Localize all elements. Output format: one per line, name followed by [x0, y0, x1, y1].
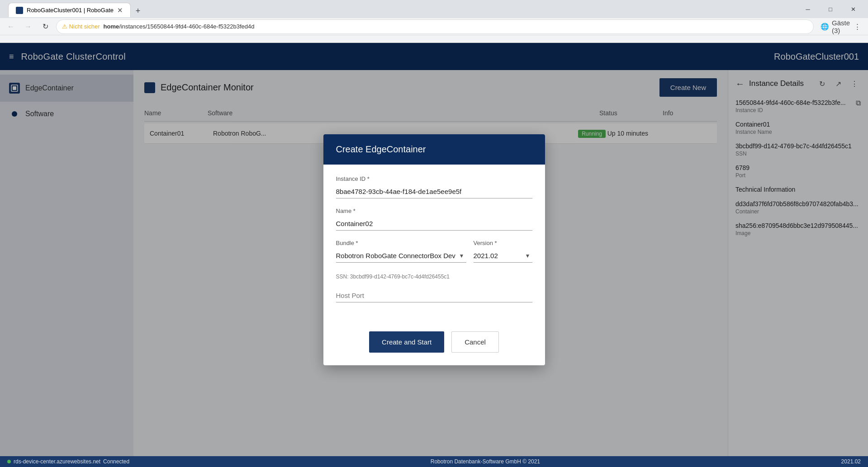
host-port-field[interactable]: [336, 289, 532, 302]
name-field-group: Name *: [336, 208, 532, 231]
address-bold: home: [104, 23, 119, 30]
more-button[interactable]: ⋮: [851, 20, 863, 33]
browser-tab-active[interactable]: RoboGateCluster001 | RoboGate ✕: [8, 3, 131, 17]
version-field-group: Version * 2021.02 2021.01 2020.12 ▼: [474, 240, 532, 263]
tab-close-button[interactable]: ✕: [117, 6, 123, 14]
bundle-select-wrapper: Robotron RoboGate ConnectorBox Dev Robot…: [336, 249, 466, 263]
name-field[interactable]: [336, 217, 532, 231]
status-dot-icon: [7, 460, 11, 463]
instance-id-field-group: Instance ID *: [336, 175, 532, 198]
account-label: Gäste (3): [832, 19, 850, 34]
account-button[interactable]: Gäste (3): [835, 20, 847, 33]
maximize-button[interactable]: □: [820, 2, 841, 16]
status-copyright: Robotron Datenbank-Software GmbH © 2021: [431, 458, 540, 465]
forward-button[interactable]: →: [22, 20, 34, 33]
version-select-wrapper: 2021.02 2021.01 2020.12 ▼: [474, 249, 532, 263]
browser-chrome: RoboGateCluster001 | RoboGate ✕ + ─ □ ✕ …: [0, 0, 868, 43]
bundle-field-label: Bundle *: [336, 240, 466, 246]
version-select[interactable]: 2021.02 2021.01 2020.12: [474, 249, 532, 263]
close-button[interactable]: ✕: [843, 2, 863, 16]
tab-favicon: [16, 7, 23, 14]
status-left: rds-device-center.azurewebsites.net Conn…: [7, 458, 129, 465]
refresh-button[interactable]: ↻: [39, 20, 52, 33]
status-bar: rds-device-center.azurewebsites.net Conn…: [0, 456, 868, 467]
status-url: rds-device-center.azurewebsites.net: [14, 458, 100, 465]
create-edgecontainer-modal: Create EdgeContainer Instance ID * Name …: [323, 134, 545, 365]
cancel-button[interactable]: Cancel: [451, 331, 499, 353]
modal-header: Create EdgeContainer: [323, 134, 545, 165]
instance-id-field[interactable]: [336, 185, 532, 198]
window-controls: ─ □ ✕: [797, 2, 863, 16]
modal-title: Create EdgeContainer: [336, 144, 426, 154]
bundle-field-group: Bundle * Robotron RoboGate ConnectorBox …: [336, 240, 466, 263]
modal-body: Instance ID * Name * Bundle * Robotron R…: [323, 165, 545, 322]
host-port-field-group: [336, 289, 532, 302]
address-bar[interactable]: ⚠ Nicht sicher home/instances/15650844-9…: [56, 19, 814, 34]
back-button[interactable]: ←: [5, 20, 17, 33]
browser-controls: ← → ↻ ⚠ Nicht sicher home/instances/1565…: [0, 18, 868, 35]
new-tab-button[interactable]: +: [132, 5, 144, 17]
address-url: home/instances/15650844-9fd4-460c-684e-f…: [104, 23, 255, 30]
create-and-start-button[interactable]: Create and Start: [369, 331, 444, 353]
tab-title: RoboGateCluster001 | RoboGate: [27, 7, 114, 14]
status-version: 2021.02: [841, 458, 861, 465]
instance-id-field-label: Instance ID *: [336, 175, 532, 182]
bundle-select[interactable]: Robotron RoboGate ConnectorBox Dev Robot…: [336, 249, 466, 263]
browser-titlebar: RoboGateCluster001 | RoboGate ✕ + ─ □ ✕: [0, 0, 868, 18]
modal-overlay: Create EdgeContainer Instance ID * Name …: [0, 43, 868, 456]
security-warning: ⚠ Nicht sicher: [62, 23, 100, 30]
translate-button[interactable]: 🌐: [818, 20, 831, 33]
version-field-label: Version *: [474, 240, 532, 246]
status-connected: Connected: [103, 458, 129, 465]
bundle-version-row: Bundle * Robotron RoboGate ConnectorBox …: [336, 240, 532, 272]
modal-footer: Create and Start Cancel: [323, 322, 545, 365]
browser-tabs: RoboGateCluster001 | RoboGate ✕ +: [5, 1, 148, 17]
name-field-label: Name *: [336, 208, 532, 214]
minimize-button[interactable]: ─: [797, 2, 818, 16]
browser-actions: 🌐 Gäste (3) ⋮: [818, 20, 863, 33]
ssn-hint: SSN: 3bcbdf99-d142-4769-bc7c-4d4fd26455c…: [336, 274, 532, 280]
